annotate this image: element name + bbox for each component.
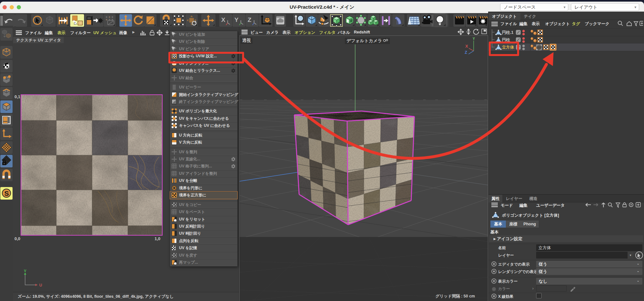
svg-text:V: V (24, 269, 26, 273)
svg-text:X: X (221, 16, 225, 23)
svg-text:Z: Z (465, 50, 467, 55)
svg-text:X: X (465, 44, 468, 49)
svg-text:Y: Y (472, 37, 475, 41)
svg-text:Z: Z (248, 16, 251, 23)
svg-text:U: U (39, 283, 42, 287)
svg-text:Y: Y (234, 16, 239, 23)
svg-text:S: S (5, 190, 9, 197)
